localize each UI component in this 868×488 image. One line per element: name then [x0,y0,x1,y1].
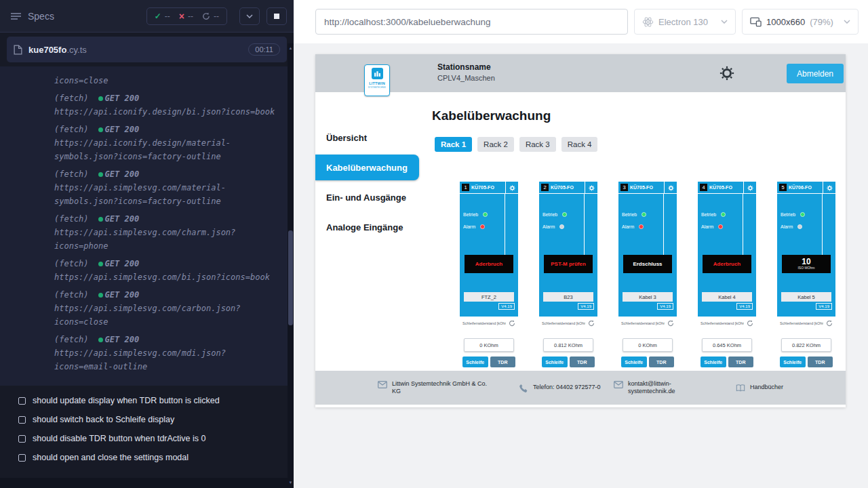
collapse-runs-button[interactable] [239,7,260,25]
station-info: Stationsname CPLV4_Maschen [437,62,495,83]
gear-icon [827,185,833,191]
refresh-button[interactable] [509,320,515,327]
gear-icon [747,185,753,191]
log-entry[interactable]: (fetch)GET 200 https://api.iconify.desig… [54,123,280,163]
scroll-up-arrow-icon[interactable]: ▲ [288,45,294,51]
app-frame: LITTWIN SYSTEMTECHNIK Stationsname CPLV4… [315,54,846,407]
stat-pending: -- [202,12,219,21]
schleife-button[interactable]: Schleife [780,357,806,367]
sidebar-item[interactable]: Ein- und Ausgänge [315,184,432,210]
refresh-icon [747,320,753,327]
log-entry[interactable]: (fetch)GET 200 https://api.simplesvg.com… [54,167,280,208]
betrieb-led [800,212,805,217]
device-card: 5 KÜ706-FO Be [777,182,835,384]
refresh-button[interactable] [588,320,595,327]
tdr-button[interactable]: TDR [808,357,833,367]
request-url: https://api.simplesvg.com/material-symbo… [54,181,280,208]
alarm-row: Alarm [618,220,677,232]
spacer [698,273,756,292]
card-settings-button[interactable] [823,182,835,194]
betrieb-led [642,212,646,217]
refresh-button[interactable] [667,320,674,327]
status-ok-dot [98,217,103,222]
measurement-header: Schleifenwiderstand [kOhm] [701,320,753,327]
tdr-button[interactable]: TDR [570,357,595,367]
test-state-icon [18,416,26,424]
card-settings-button[interactable] [664,182,677,194]
schleife-button[interactable]: Schleife [462,357,488,367]
log-entry[interactable]: (fetch)GET 200 https://api.simplesvg.com… [54,333,280,373]
logout-button[interactable]: Abmelden [787,64,844,83]
specs-label[interactable]: Specs [28,11,54,22]
scrollbar-thumb[interactable] [288,230,293,325]
alarm-led [797,224,802,229]
browser-select[interactable]: Electron 130 [634,9,736,35]
log-entry[interactable]: (fetch)GET 200 https://api.simplesvg.com… [54,288,280,329]
reporter-scrollbar[interactable]: ▲ ▼ [288,43,294,488]
spacer [460,311,518,317]
footer-item[interactable]: Telefon: 04402 972577-0 [519,384,614,392]
test-item[interactable]: should update display when TDR button is… [0,391,294,410]
schleife-button[interactable]: Schleife [621,357,647,367]
tdr-button[interactable]: TDR [649,357,675,367]
sidebar-item[interactable]: Kabelüberwachung [315,155,419,180]
footer-item[interactable]: Handbücher [736,384,783,392]
refresh-icon [509,320,515,327]
status-ok-dot [98,293,103,298]
viewport-select[interactable]: 1000x660 (79%) [742,9,859,35]
footer-item[interactable]: Littwin Systemtechnik GmbH & Co. KG [378,380,519,396]
test-item[interactable]: should disable TDR button when tdrActive… [0,429,294,448]
log-entry[interactable]: (fetch)GET 200 https://api.simplesvg.com… [54,257,280,284]
refresh-icon [202,12,210,20]
status-display: Aderbruch [465,255,513,273]
rack-tab[interactable]: Rack 2 [477,137,514,152]
specs-menu-icon[interactable] [11,12,21,20]
test-item[interactable]: should open and close the settings modal [0,448,294,467]
status-ok-dot [98,172,103,177]
cable-name-field: Kabel 4 [702,292,752,302]
rack-tab[interactable]: Rack 1 [435,137,472,152]
log-entry[interactable]: icons=close [54,74,280,87]
status-display: Erdschluss [623,255,672,273]
spec-file-row[interactable]: kue705fo.cy.ts 00:11 [7,37,287,62]
rack-tab[interactable]: Rack 4 [561,137,598,152]
footer-text: Littwin Systemtechnik GmbH & Co. KG [392,380,491,396]
device-model: KÜ705-FO [630,185,653,190]
measurement-header: Schleifenwiderstand [kOhm] [621,320,674,327]
stop-button[interactable] [267,7,287,25]
log-entry[interactable]: (fetch)GET 200 https://api.iconify.desig… [54,92,280,119]
rack-tab[interactable]: Rack 3 [519,137,556,152]
scroll-down-arrow-icon[interactable]: ▼ [288,480,294,485]
betrieb-label: Betrieb [622,212,637,217]
card-settings-button[interactable] [505,182,518,194]
footer-item[interactable]: kontakt@littwin-systemtechnik.de [614,380,736,396]
betrieb-led [483,212,488,217]
card-settings-button[interactable] [585,182,597,194]
page-title: Kabelüberwachung [432,108,846,123]
sidebar-item[interactable]: Übersicht [315,125,432,150]
schleife-button[interactable]: Schleife [542,357,568,367]
device-card: 4 KÜ705-FO Be [698,182,756,384]
rack-tabs: Rack 1Rack 2Rack 3Rack 4 [435,137,846,152]
refresh-button[interactable] [826,320,833,327]
card-settings-button[interactable] [743,182,756,194]
url-input[interactable] [315,9,628,35]
tdr-button[interactable]: TDR [728,357,754,367]
spec-timer: 00:11 [248,43,280,56]
horizontal-scroll-track[interactable] [0,478,288,488]
refresh-button[interactable] [747,320,753,327]
alarm-led [480,224,485,229]
tdr-button[interactable]: TDR [490,357,516,367]
spacer [777,311,835,317]
log-entry[interactable]: (fetch)GET 200 https://api.simplesvg.com… [54,212,280,253]
sidebar-item[interactable]: Analoge Eingänge [315,214,432,240]
led-section: Betrieb Alarm [539,194,597,255]
measurement-label: Schleifenwiderstand [kOhm] [621,321,665,325]
cypress-reporter-panel: Specs ✓-- ×-- -- kue705fo.cy.ts 00:11 [0,0,294,488]
app-body: ÜbersichtKabelüberwachungEin- und Ausgän… [315,92,846,407]
workspace: Electron 130 1000x660 (79%) [294,0,868,488]
browser-name: Electron 130 [658,17,708,27]
settings-gear-button[interactable] [719,66,734,81]
test-item[interactable]: should switch back to Schleife display [0,410,294,429]
schleife-button[interactable]: Schleife [701,357,726,367]
